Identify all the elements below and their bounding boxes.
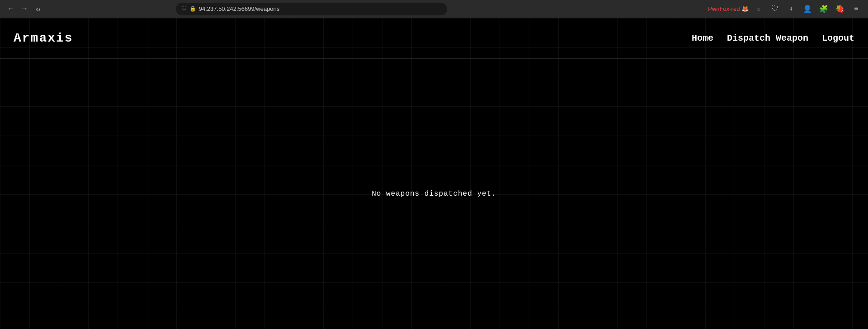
menu-icon[interactable]: ≡ — [850, 3, 863, 15]
profile-indicator: PwnFox-red 🦊 — [708, 5, 749, 12]
browser-chrome: ← → ↻ 🛡 🔒 94.237.50.242:56699/weapons Pw… — [0, 0, 868, 18]
account-icon[interactable]: 👤 — [801, 3, 814, 15]
lock-icon: 🔒 — [189, 5, 196, 12]
brand-logo[interactable]: Armaxis — [14, 31, 73, 45]
page-wrapper: Armaxis Home Dispatch Weapon Logout No w… — [0, 18, 868, 329]
forward-button[interactable]: → — [19, 4, 30, 14]
browser-toolbar-right: PwnFox-red 🦊 ☆ 🛡 ⬇ 👤 🧩 🍓 ≡ — [708, 3, 863, 15]
empty-weapons-message: No weapons dispatched yet. — [372, 190, 496, 198]
reload-button[interactable]: ↻ — [33, 4, 43, 14]
star-icon[interactable]: ☆ — [752, 3, 765, 15]
address-text: 94.237.50.242:56699/weapons — [199, 5, 280, 12]
download-toolbar-icon[interactable]: ⬇ — [785, 3, 797, 15]
nav-links: Home Dispatch Weapon Logout — [692, 33, 854, 43]
nav-home-link[interactable]: Home — [692, 33, 713, 43]
nav-buttons: ← → ↻ — [5, 4, 43, 14]
navbar: Armaxis Home Dispatch Weapon Logout — [0, 18, 868, 59]
shield-toolbar-icon[interactable]: 🛡 — [769, 3, 781, 15]
address-bar[interactable]: 🛡 🔒 94.237.50.242:56699/weapons — [176, 3, 447, 15]
main-content: No weapons dispatched yet. — [0, 59, 868, 329]
security-icon: 🛡 — [181, 5, 187, 12]
nav-logout-link[interactable]: Logout — [822, 33, 854, 43]
nav-dispatch-weapon-link[interactable]: Dispatch Weapon — [727, 33, 808, 43]
firefox-icon[interactable]: 🍓 — [834, 3, 846, 15]
back-button[interactable]: ← — [5, 4, 16, 14]
extensions-icon[interactable]: 🧩 — [817, 3, 830, 15]
